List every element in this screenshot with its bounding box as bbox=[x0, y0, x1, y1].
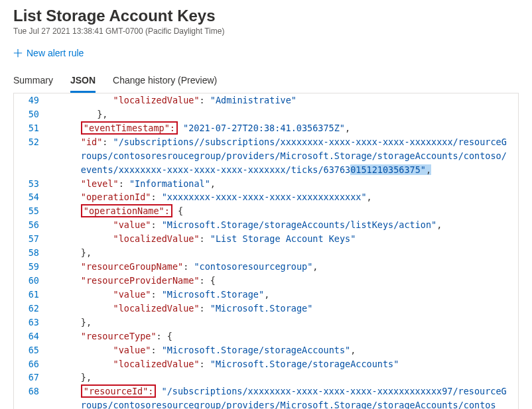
json-line: 64 "resourceType": { bbox=[14, 329, 518, 343]
json-viewer[interactable]: 49 "localizedValue": "Administrative" 50… bbox=[13, 93, 519, 409]
json-line: 54 "operationId": "xxxxxxxx-xxxx-xxxx-xx… bbox=[14, 190, 518, 204]
json-line: 55 "operationName": { bbox=[14, 204, 518, 218]
json-line: 52 "id": "/subscriptions//subscriptions/… bbox=[14, 135, 518, 177]
json-line: 62 "localizedValue": "Microsoft.Storage" bbox=[14, 302, 518, 316]
page-title: List Storage Account Keys bbox=[13, 7, 519, 25]
json-line: 68 "resourceId": "/subscriptions/xxxxxxx… bbox=[14, 384, 518, 409]
tab-json[interactable]: JSON bbox=[70, 75, 96, 93]
new-alert-rule-label: New alert rule bbox=[27, 48, 84, 58]
json-line: 49 "localizedValue": "Administrative" bbox=[14, 93, 518, 107]
json-line: 66 "localizedValue": "Microsoft.Storage/… bbox=[14, 357, 518, 371]
json-line: 51 "eventTimestamp": "2021-07-27T20:38:4… bbox=[14, 121, 518, 135]
json-line: 59 "resourceGroupName": "contosoresource… bbox=[14, 260, 518, 274]
json-line: 67 }, bbox=[14, 371, 518, 384]
plus-icon bbox=[13, 48, 23, 58]
json-line: 56 "value": "Microsoft.Storage/storageAc… bbox=[14, 218, 518, 232]
json-line: 50 }, bbox=[14, 107, 518, 121]
tab-bar: Summary JSON Change history (Preview) bbox=[13, 75, 519, 93]
new-alert-rule-button[interactable]: New alert rule bbox=[13, 48, 84, 58]
json-line: 57 "localizedValue": "List Storage Accou… bbox=[14, 232, 518, 246]
json-line: 53 "level": "Informational", bbox=[14, 177, 518, 191]
json-line: 60 "resourceProviderName": { bbox=[14, 274, 518, 288]
json-line: 61 "value": "Microsoft.Storage", bbox=[14, 288, 518, 302]
json-line: 58 }, bbox=[14, 246, 518, 260]
json-line: 63 }, bbox=[14, 316, 518, 329]
tab-summary[interactable]: Summary bbox=[13, 75, 53, 93]
json-line: 65 "value": "Microsoft.Storage/storageAc… bbox=[14, 343, 518, 357]
page-subtitle: Tue Jul 27 2021 13:38:41 GMT-0700 (Pacif… bbox=[13, 27, 519, 36]
tab-change-history[interactable]: Change history (Preview) bbox=[113, 75, 217, 93]
